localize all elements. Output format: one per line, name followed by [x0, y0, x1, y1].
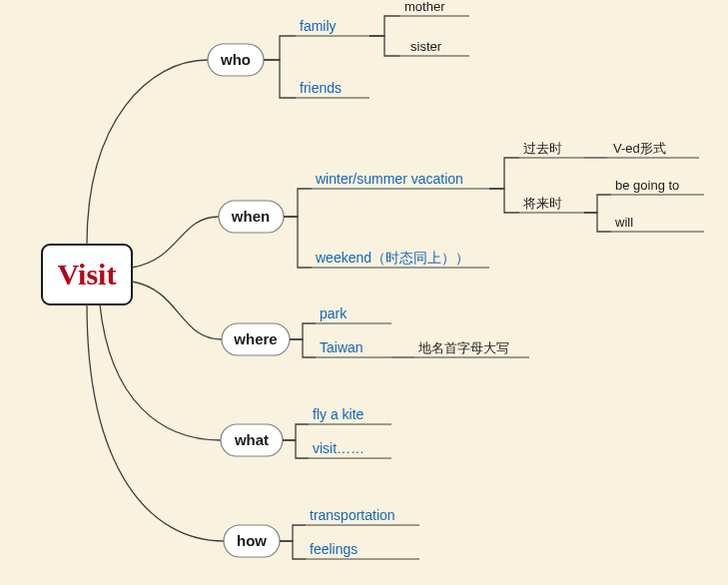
edge-vac-past [489, 158, 519, 189]
edge-who-friends [264, 60, 296, 98]
leaf-park[interactable]: park [320, 305, 348, 321]
edge-future-will [584, 213, 611, 232]
edge-root-when [132, 217, 219, 268]
edge-who-family [264, 36, 296, 60]
edge-root-where [132, 282, 222, 339]
leaf-taiwan-note[interactable]: 地名首字母大写 [417, 340, 509, 355]
edge-where-park [290, 323, 316, 339]
edge-what-visit [283, 440, 309, 458]
label-where: where [233, 330, 277, 347]
leaf-transport[interactable]: transportation [310, 507, 395, 523]
leaf-begoing[interactable]: be going to [615, 178, 679, 193]
edge-root-who [87, 60, 208, 245]
leaf-ved[interactable]: V-ed形式 [613, 141, 666, 156]
leaf-mother[interactable]: mother [404, 0, 445, 14]
leaf-future[interactable]: 将来时 [522, 196, 562, 211]
label-who: who [220, 51, 251, 68]
label-what: what [234, 431, 269, 448]
leaf-weekend[interactable]: weekend（时态同上）） [315, 250, 469, 266]
edge-family-mother [369, 16, 399, 36]
edge-future-begoing [584, 195, 611, 213]
leaf-past[interactable]: 过去时 [523, 141, 562, 156]
leaf-will[interactable]: will [614, 215, 633, 230]
root-label: Visit [58, 258, 117, 291]
edge-where-taiwan [290, 339, 316, 357]
edge-root-what [100, 304, 221, 440]
mindmap-canvas: Visit who family mother sister friends w… [0, 0, 728, 585]
leaf-friends[interactable]: friends [300, 80, 342, 96]
leaf-fly[interactable]: fly a kite [313, 406, 364, 422]
leaf-feelings[interactable]: feelings [310, 541, 358, 557]
leaf-family[interactable]: family [300, 18, 337, 34]
edge-when-vacation [284, 189, 312, 217]
leaf-taiwan[interactable]: Taiwan [320, 339, 364, 355]
leaf-vacation[interactable]: winter/summer vacation [315, 171, 463, 187]
label-when: when [231, 208, 270, 225]
edge-when-weekend [284, 217, 312, 268]
leaf-visit[interactable]: visit…… [313, 440, 364, 456]
edge-how-transport [280, 525, 306, 541]
label-how: how [237, 532, 267, 549]
edge-what-fly [283, 424, 309, 440]
edge-vac-future [489, 189, 519, 213]
edge-how-feelings [280, 541, 306, 559]
leaf-sister[interactable]: sister [410, 39, 442, 54]
edge-root-how [87, 304, 224, 541]
edge-family-sister [369, 36, 399, 56]
